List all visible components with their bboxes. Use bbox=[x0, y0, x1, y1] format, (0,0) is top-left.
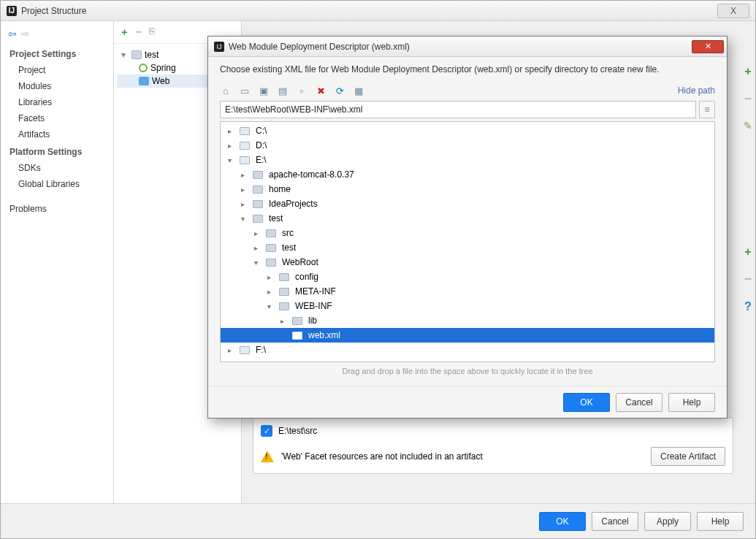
file-tree-node[interactable]: ▸test bbox=[221, 240, 714, 255]
file-tree-node[interactable]: ▾WEB-INF bbox=[221, 299, 714, 313]
file-tree-label: test bbox=[269, 213, 283, 223]
dialog-ok-button[interactable]: OK bbox=[563, 393, 610, 412]
nav-item-facets[interactable]: Facets bbox=[1, 110, 113, 126]
project-structure-window: IJ Project Structure X ⇦ ⇨ Project Setti… bbox=[0, 0, 756, 539]
source-root-checkbox[interactable]: ✓ bbox=[261, 425, 272, 437]
window-title: Project Structure bbox=[21, 6, 86, 16]
file-tree-label: D:\ bbox=[256, 140, 267, 150]
nav-heading-platform-settings: Platform Settings bbox=[1, 142, 113, 160]
path-history-button[interactable]: ≡ bbox=[699, 101, 715, 118]
tree-expander-icon[interactable]: ▾ bbox=[228, 156, 237, 164]
file-tree-node[interactable]: ▾test bbox=[221, 211, 714, 226]
file-tree-node[interactable]: ▸IdeaProjects bbox=[221, 196, 714, 211]
tree-expander-icon[interactable]: ▸ bbox=[241, 200, 250, 208]
file-tree-node[interactable]: ▸apache-tomcat-8.0.37 bbox=[221, 167, 714, 182]
home-icon[interactable]: ⌂ bbox=[220, 85, 232, 96]
refresh-icon[interactable]: ⟳ bbox=[334, 85, 345, 96]
tree-expander-icon[interactable]: ▸ bbox=[280, 317, 289, 325]
tree-expander-icon[interactable]: ▾ bbox=[267, 302, 276, 310]
main-ok-button[interactable]: OK bbox=[539, 512, 586, 531]
main-help-button[interactable]: Help bbox=[697, 512, 744, 531]
window-close-button[interactable]: X bbox=[717, 4, 749, 18]
file-tree-node[interactable]: ▸F:\ bbox=[221, 343, 714, 357]
nav-back-icon[interactable]: ⇦ bbox=[8, 28, 17, 39]
drive-icon bbox=[240, 127, 250, 135]
tree-expander-icon[interactable] bbox=[121, 50, 129, 60]
dialog-toolbar: ⌂ ▭ ▣ ▤ ▫ ✖ ⟳ ▦ Hide path bbox=[220, 82, 715, 101]
dialog-help-button[interactable]: Help bbox=[668, 393, 715, 412]
folder-icon bbox=[266, 229, 276, 237]
edge-add-icon[interactable]: + bbox=[744, 65, 751, 78]
tree-expander-icon[interactable]: ▸ bbox=[254, 229, 263, 237]
path-input[interactable] bbox=[220, 101, 696, 118]
remove-module-icon[interactable]: − bbox=[135, 26, 142, 39]
desktop-icon[interactable]: ▭ bbox=[239, 85, 251, 96]
project-dir-icon[interactable]: ▣ bbox=[258, 85, 270, 96]
file-tree-node[interactable]: ▸D:\ bbox=[221, 138, 714, 153]
edge-add2-icon[interactable]: + bbox=[744, 245, 751, 259]
file-tree-node[interactable]: ▸C:\ bbox=[221, 123, 714, 138]
copy-module-icon[interactable]: ⎘ bbox=[149, 26, 155, 39]
main-cancel-button[interactable]: Cancel bbox=[592, 512, 638, 531]
file-tree-label: config bbox=[295, 272, 318, 282]
tree-expander-icon[interactable]: ▸ bbox=[228, 346, 237, 354]
tree-expander-icon[interactable]: ▸ bbox=[267, 273, 276, 281]
nav-item-problems[interactable]: Problems bbox=[1, 201, 113, 217]
folder-icon bbox=[292, 317, 302, 325]
edge-toolbar: + − ✎ + − ? bbox=[744, 65, 752, 313]
dialog-body: Choose existing XML file for Web Module … bbox=[208, 57, 727, 375]
show-hidden-icon[interactable]: ▦ bbox=[353, 85, 364, 96]
folder-icon bbox=[279, 273, 289, 281]
edge-edit-icon[interactable]: ✎ bbox=[744, 120, 752, 131]
file-tree-label: F:\ bbox=[256, 345, 266, 355]
tree-expander-icon[interactable]: ▾ bbox=[254, 259, 263, 267]
app-icon: IJ bbox=[7, 6, 17, 16]
tree-expander-icon[interactable]: ▸ bbox=[241, 171, 250, 179]
file-tree-node[interactable]: ▸META-INF bbox=[221, 284, 714, 299]
hide-path-link[interactable]: Hide path bbox=[678, 85, 715, 96]
source-root-path: E:\test\src bbox=[278, 426, 317, 436]
warning-icon bbox=[261, 451, 274, 462]
file-tree-node[interactable]: ▸home bbox=[221, 182, 714, 196]
tree-expander-icon[interactable]: ▸ bbox=[241, 186, 250, 194]
nav-item-libraries[interactable]: Libraries bbox=[1, 94, 113, 110]
file-tree-node[interactable]: ▾E:\ bbox=[221, 153, 714, 167]
edge-remove2-icon[interactable]: − bbox=[744, 272, 752, 287]
tree-expander-icon[interactable]: ▸ bbox=[267, 288, 276, 296]
new-folder-icon[interactable]: ▫ bbox=[296, 85, 308, 96]
create-artifact-button[interactable]: Create Artifact bbox=[651, 447, 725, 466]
tree-expander-icon[interactable]: ▸ bbox=[228, 142, 237, 150]
file-tree-label: E:\ bbox=[256, 155, 267, 165]
file-tree-node[interactable]: ▸src bbox=[221, 226, 714, 240]
drag-drop-hint: Drag and drop a file into the space abov… bbox=[220, 362, 715, 375]
tree-expander-icon[interactable]: ▸ bbox=[254, 244, 263, 252]
titlebar: IJ Project Structure X bbox=[1, 1, 755, 21]
tree-expander-icon[interactable]: ▾ bbox=[241, 215, 250, 223]
dialog-close-button[interactable]: ✕ bbox=[692, 40, 724, 53]
edge-remove-icon[interactable]: − bbox=[744, 91, 752, 107]
warning-row: 'Web' Facet resources are not included i… bbox=[261, 447, 725, 466]
file-tree-node[interactable]: ▸lib bbox=[221, 313, 714, 328]
warning-text: 'Web' Facet resources are not included i… bbox=[281, 451, 483, 462]
edge-help-icon[interactable]: ? bbox=[744, 300, 752, 313]
file-tree-node[interactable]: web.xml bbox=[221, 328, 714, 343]
facet-label: Web bbox=[152, 76, 169, 86]
file-tree-node[interactable]: ▾WebRoot bbox=[221, 255, 714, 270]
module-dir-icon[interactable]: ▤ bbox=[277, 85, 289, 96]
tree-expander-icon[interactable]: ▸ bbox=[228, 127, 237, 135]
main-apply-button[interactable]: Apply bbox=[644, 512, 691, 531]
nav-item-artifacts[interactable]: Artifacts bbox=[1, 126, 113, 142]
facet-label: Spring bbox=[150, 63, 176, 73]
nav-item-sdks[interactable]: SDKs bbox=[1, 160, 113, 176]
add-module-icon[interactable]: + bbox=[121, 26, 128, 39]
file-tree-node[interactable]: ▸config bbox=[221, 270, 714, 284]
nav-forward-icon[interactable]: ⇨ bbox=[21, 28, 30, 39]
file-tree[interactable]: ▸C:\▸D:\▾E:\▸apache-tomcat-8.0.37▸home▸I… bbox=[220, 121, 715, 362]
dialog-cancel-button[interactable]: Cancel bbox=[616, 393, 663, 412]
file-icon bbox=[292, 332, 302, 340]
nav-item-global-libraries[interactable]: Global Libraries bbox=[1, 176, 113, 192]
drive-icon bbox=[240, 156, 250, 164]
nav-item-modules[interactable]: Modules bbox=[1, 78, 113, 94]
delete-icon[interactable]: ✖ bbox=[315, 85, 327, 96]
nav-item-project[interactable]: Project bbox=[1, 62, 113, 78]
